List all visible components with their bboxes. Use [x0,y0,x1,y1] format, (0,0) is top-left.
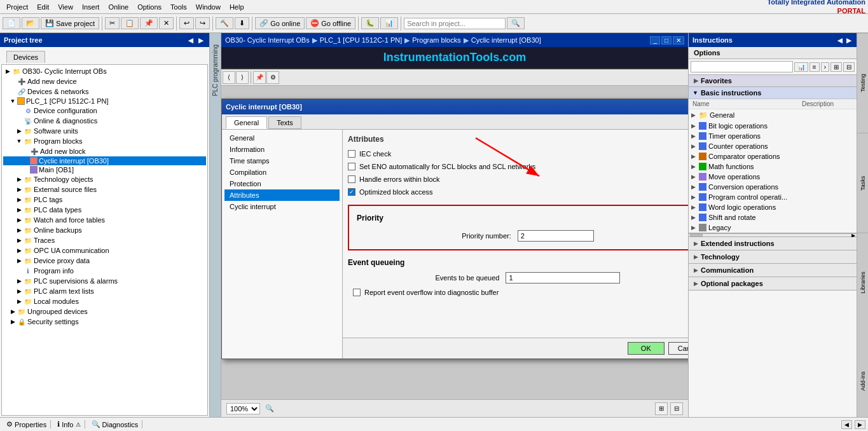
menu-options[interactable]: Options [134,2,165,12]
zoom-select[interactable]: 100% [226,403,260,414]
dialog-cancel-button[interactable]: Cancel [668,342,688,355]
fit-btn[interactable]: ⊞ [655,402,668,415]
dialog-tab-texts[interactable]: Texts [268,116,301,129]
menu-edit[interactable]: Edit [33,2,53,12]
attr-checkbox-iec[interactable] [348,150,355,158]
inst-item-math[interactable]: ▶ Math functions [689,161,857,172]
tree-item-cyclic-interrupt[interactable]: Cyclic interrupt [OB30] [3,156,206,165]
inst-grid-btn[interactable]: ⊞ [830,62,842,72]
events-queued-input[interactable] [506,272,620,284]
tree-item-tech-objects[interactable]: ▶ 📁 Technology objects [3,174,206,184]
dialog-nav-protection[interactable]: Protection [224,178,340,189]
breadcrumb-maximize-btn[interactable]: □ [661,36,672,44]
dialog-nav-general[interactable]: General [224,132,340,144]
tree-item-main[interactable]: Main [OB1] [3,165,206,174]
devices-tab[interactable]: Devices [6,51,45,63]
right-collapse-btn[interactable]: ◀ [836,37,844,44]
right-expand-btn[interactable]: ▶ [845,37,853,44]
tree-item-add-device[interactable]: ➕ Add new device [3,76,206,86]
sidebar-expand-btn[interactable]: ◀ [186,37,195,44]
inst-grid2-btn[interactable]: ⊟ [843,62,855,72]
tree-item-plc-sup-alarms[interactable]: ▶ 📁 PLC supervisions & alarms [3,276,206,286]
go-offline-button[interactable]: ⛔ Go offline [306,17,355,29]
tree-item-ext-source[interactable]: ▶ 📁 External source files [3,184,206,195]
tree-item-watch-force[interactable]: ▶ 📁 Watch and force tables [3,215,206,225]
breadcrumb-ob30[interactable]: OB30- Cyclic Interrupt OBs [225,36,310,44]
layout-btn[interactable]: ⊟ [670,402,683,415]
scroll-thumb[interactable] [690,234,703,236]
attr-checkbox-eno[interactable] [348,163,355,170]
vtab-addins[interactable]: Add-ins [857,332,868,431]
menu-help[interactable]: Help [226,2,248,12]
priority-number-input[interactable] [518,230,594,242]
inst-nav-btn[interactable]: › [821,62,829,72]
menu-window[interactable]: Window [192,2,224,12]
dialog-ok-button[interactable]: OK [628,342,665,355]
plc-programming-label[interactable]: PLC programming [210,39,220,101]
menu-insert[interactable]: Insert [78,2,104,12]
status-nav-left[interactable]: ◀ [841,420,852,429]
status-properties[interactable]: ⚙ Properties [3,420,51,428]
dialog-nav-cyclic-interrupt[interactable]: Cyclic interrupt [224,201,340,212]
inst-item-conversion[interactable]: ▶ Conversion operations [689,182,857,192]
tree-item-plc-data-types[interactable]: ▶ 📁 PLC data types [3,205,206,215]
plc-programming-tab[interactable]: PLC programming [210,33,221,431]
dialog-nav-timestamps[interactable]: Time stamps [224,155,340,167]
vtab-tasks[interactable]: Tasks [857,133,868,233]
inst-item-comparator[interactable]: ▶ Comparator operations [689,151,857,161]
tree-item-security[interactable]: ▶ 🔒 Security settings [3,317,206,327]
status-info[interactable]: ℹ Info ⚠ [53,420,85,428]
copy-button[interactable]: 📋 [121,17,139,29]
menu-tools[interactable]: Tools [167,2,191,12]
ct-btn2[interactable]: ⟩ [236,71,249,84]
dialog-tab-general[interactable]: General [226,116,267,129]
go-online-button[interactable]: 🔗 Go online [255,17,305,29]
inst-item-prog-control[interactable]: ▶ Program control operati... [689,192,857,202]
tree-item-local-modules[interactable]: ▶ 📁 Local modules [3,296,206,306]
status-nav-right[interactable]: ▶ [855,420,865,429]
menu-view[interactable]: View [54,2,77,12]
redo-button[interactable]: ↪ [195,17,210,29]
attr-checkbox-report[interactable] [353,289,361,296]
vtab-libraries[interactable]: Libraries [857,233,868,332]
tree-item-add-block[interactable]: ➕ Add new block [3,146,206,156]
inst-item-general[interactable]: ▶ 📁 General [689,109,857,121]
breadcrumb-minimize-btn[interactable]: _ [650,36,660,44]
ct-btn1[interactable]: ⟨ [223,71,235,84]
tree-item-devices-networks[interactable]: 🔗 Devices & networks [3,86,206,97]
vtab-testing[interactable]: Testing [857,33,868,133]
acc-technology-header[interactable]: ▶ Technology [689,250,857,263]
inst-item-move[interactable]: ▶ Move operations [689,172,857,182]
status-diagnostics[interactable]: 🔍 Diagnostics [88,420,143,428]
tree-item-ungrouped[interactable]: ▶ 📁 Ungrouped devices [3,306,206,317]
breadcrumb-prog-blocks[interactable]: Program blocks [412,36,460,44]
undo-button[interactable]: ↩ [179,17,194,29]
instructions-search-input[interactable] [691,61,793,72]
paste-button[interactable]: 📌 [140,17,158,29]
inst-item-legacy[interactable]: ▶ Legacy [689,222,857,233]
sidebar-collapse-btn[interactable]: ▶ [196,37,205,44]
attr-checkbox-errors[interactable] [348,175,355,183]
debug-button[interactable]: 🐛 [361,17,379,29]
acc-extended-instructions-header[interactable]: ▶ Extended instructions [689,237,857,250]
inst-item-counter[interactable]: ▶ Counter operations [689,141,857,151]
dialog-nav-information[interactable]: Information [224,144,340,155]
inst-item-timer[interactable]: ▶ Timer operations [689,131,857,141]
breadcrumb-cyclic[interactable]: Cyclic interrupt [OB30] [471,36,541,44]
acc-optional-packages-header[interactable]: ▶ Optional packages [689,277,857,290]
ct-btn4[interactable]: ⚙ [266,71,279,84]
inst-item-shift-rotate[interactable]: ▶ Shift and rotate [689,212,857,222]
tree-item-online-backups[interactable]: ▶ 📁 Online backups [3,225,206,235]
monitor-button[interactable]: 📊 [380,17,398,29]
dialog-nav-attributes[interactable]: Attributes [224,189,340,201]
dialog-nav-compilation[interactable]: Compilation [224,167,340,178]
favorites-header[interactable]: ▶ Favorites [689,75,857,86]
acc-communication-header[interactable]: ▶ Communication [689,264,857,277]
basic-instructions-header[interactable]: ▼ Basic instructions [689,87,857,99]
cut-button[interactable]: ✂ [105,17,120,29]
tree-item-traces[interactable]: ▶ 📁 Traces [3,235,206,245]
tree-item-plc-alarm-text[interactable]: ▶ 📁 PLC alarm text lists [3,286,206,296]
tree-item-online-diag[interactable]: 📡 Online & diagnostics [3,116,206,126]
inst-chart-btn[interactable]: 📊 [794,62,808,72]
inst-item-word-logic[interactable]: ▶ Word logic operations [689,202,857,212]
